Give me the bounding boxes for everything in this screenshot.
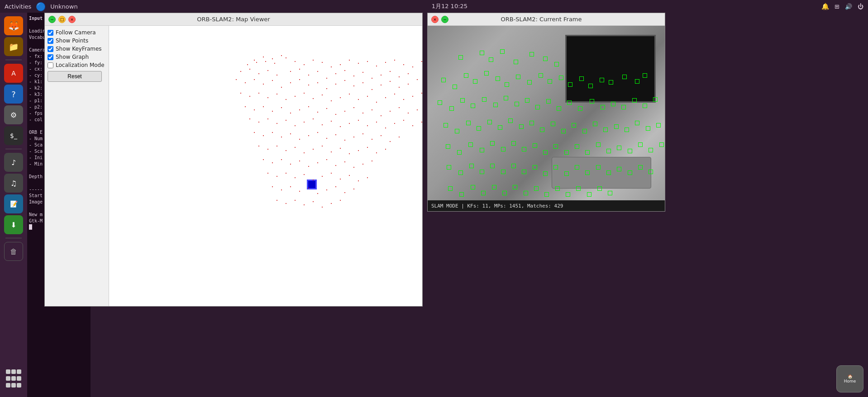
map-point — [304, 93, 305, 94]
top-bar-center: 1月12 10:25 — [78, 2, 821, 10]
map-point — [281, 87, 282, 88]
map-point — [331, 203, 332, 204]
feature-square — [448, 186, 453, 191]
show-graph-checkbox[interactable] — [48, 54, 53, 60]
map-point — [372, 78, 372, 79]
dock-trash[interactable]: 🗑 — [4, 242, 23, 261]
feature-square — [622, 75, 627, 79]
map-point — [322, 176, 323, 177]
feature-square — [566, 192, 570, 197]
feature-square — [597, 186, 602, 191]
ubuntu-icon: 🔵 — [36, 2, 46, 11]
map-viewer-maximize-btn[interactable]: □ — [58, 16, 66, 23]
feature-square — [457, 150, 462, 155]
activities-label[interactable]: Activities — [5, 3, 31, 10]
map-viewer-controls[interactable]: − □ × — [48, 16, 76, 23]
dock-settings[interactable]: ⚙ — [4, 105, 23, 124]
map-point — [322, 95, 323, 95]
dock-appstore[interactable]: A — [4, 64, 23, 83]
map-point — [322, 62, 323, 63]
map-viewer-minimize-btn[interactable]: − — [48, 16, 56, 23]
localization-mode-checkbox[interactable] — [48, 62, 53, 68]
map-point — [353, 167, 354, 168]
feature-square — [533, 165, 537, 170]
map-point — [295, 177, 296, 178]
map-point — [362, 133, 363, 134]
top-bar: Activities 🔵 Unknown 1月12 10:25 🔔 ⊞ 🔊 ⏻ — [0, 0, 868, 13]
feature-square — [524, 191, 528, 195]
map-viewer-close-btn[interactable]: × — [68, 16, 76, 23]
feature-square — [546, 99, 551, 104]
map-point — [385, 97, 386, 98]
map-point — [313, 60, 314, 61]
feature-square — [500, 49, 505, 54]
dock-text[interactable]: 📝 — [4, 194, 23, 213]
map-point — [372, 139, 372, 140]
map-sidebar: Follow Camera Show Points Show KeyFrames… — [45, 26, 109, 306]
feature-square — [646, 126, 650, 131]
dock-terminal[interactable]: $_ — [4, 126, 23, 145]
feature-square — [617, 167, 621, 171]
localization-mode-row: Localization Mode — [48, 62, 106, 68]
map-point — [245, 82, 246, 83]
minimize-icon-2: − — [443, 17, 447, 22]
map-point — [295, 125, 296, 126]
feature-square — [508, 118, 513, 123]
current-frame-close-btn[interactable]: × — [431, 16, 439, 23]
map-point — [249, 118, 250, 119]
feature-square — [606, 149, 611, 153]
map-point — [254, 109, 255, 110]
feature-square — [561, 129, 566, 133]
map-point — [277, 146, 277, 147]
map-point — [299, 191, 300, 192]
map-point — [308, 106, 309, 107]
map-point — [263, 106, 264, 107]
map-point — [313, 98, 314, 99]
dock-help[interactable]: ? — [4, 85, 23, 104]
map-point — [245, 106, 246, 107]
feature-overlay — [428, 26, 665, 207]
map-point — [304, 204, 305, 205]
map-point — [385, 128, 386, 128]
dock-install[interactable]: ⬇ — [4, 215, 23, 234]
map-point — [344, 161, 345, 162]
map-point — [353, 137, 354, 137]
feature-square — [522, 170, 526, 174]
feature-square — [492, 185, 496, 189]
dock-app-grid[interactable] — [4, 369, 23, 388]
dock-files[interactable]: 📁 — [4, 37, 23, 56]
current-frame-minimize-btn[interactable]: − — [441, 16, 448, 23]
show-keyframes-checkbox[interactable] — [48, 46, 53, 52]
map-point — [281, 189, 282, 190]
dock-firefox[interactable]: 🦊 — [4, 16, 23, 35]
map-viewer-titlebar: − □ × ORB-SLAM2: Map Viewer — [45, 13, 422, 26]
map-point — [353, 76, 354, 76]
dock-music1[interactable]: ♪ — [4, 153, 23, 172]
feature-square — [496, 76, 500, 81]
map-point — [344, 192, 345, 193]
dock-music2[interactable]: ♫ — [4, 174, 23, 193]
map-point — [331, 66, 332, 67]
map-point — [367, 177, 368, 178]
feature-square — [601, 105, 605, 109]
map-point — [236, 79, 237, 80]
feature-square — [608, 191, 612, 195]
feature-square — [553, 165, 558, 170]
feature-square — [489, 57, 493, 62]
map-point — [335, 114, 336, 115]
feature-square — [446, 144, 450, 149]
feature-square — [511, 141, 516, 146]
map-point — [258, 93, 259, 94]
feature-square — [471, 104, 475, 108]
map-point — [290, 186, 291, 187]
map-point — [394, 94, 395, 95]
feature-square — [498, 125, 502, 130]
home-button[interactable]: 🏠 Home — [836, 365, 863, 392]
map-point — [254, 79, 255, 80]
map-point — [381, 85, 382, 85]
feature-square — [625, 128, 629, 132]
current-frame-controls[interactable]: × − — [431, 16, 448, 23]
show-points-checkbox[interactable] — [48, 38, 53, 44]
reset-button[interactable]: Reset — [48, 71, 102, 82]
follow-camera-checkbox[interactable] — [48, 30, 53, 36]
